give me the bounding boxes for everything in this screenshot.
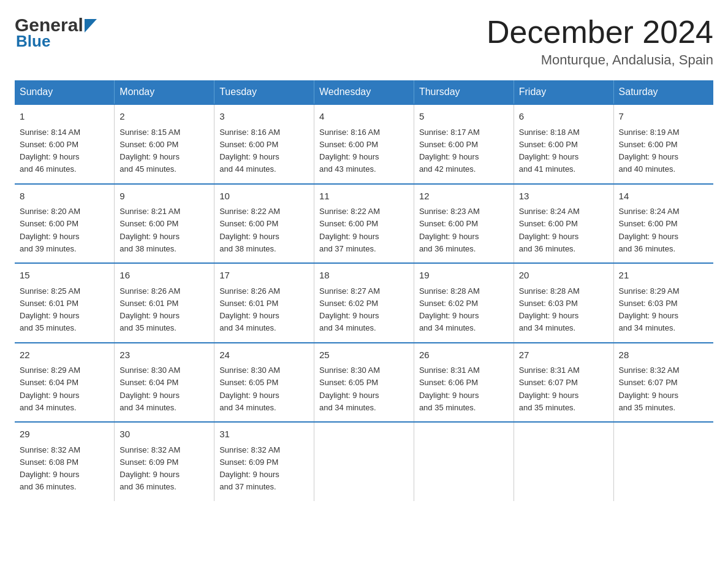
table-row: 1Sunrise: 8:14 AMSunset: 6:00 PMDaylight…: [15, 104, 115, 184]
col-tuesday: Tuesday: [214, 80, 314, 104]
table-row: 13Sunrise: 8:24 AMSunset: 6:00 PMDayligh…: [514, 184, 613, 264]
day-info: Sunrise: 8:24 AMSunset: 6:00 PMDaylight:…: [619, 207, 680, 253]
day-number: 29: [20, 427, 109, 442]
day-number: 4: [319, 110, 409, 124]
day-info: Sunrise: 8:26 AMSunset: 6:01 PMDaylight:…: [119, 286, 180, 333]
table-row: 31Sunrise: 8:32 AMSunset: 6:09 PMDayligh…: [214, 422, 314, 501]
table-row: 15Sunrise: 8:25 AMSunset: 6:01 PMDayligh…: [15, 263, 115, 343]
day-number: 20: [519, 269, 609, 283]
table-row: 9Sunrise: 8:21 AMSunset: 6:00 PMDaylight…: [115, 184, 214, 264]
table-row: 23Sunrise: 8:30 AMSunset: 6:04 PMDayligh…: [115, 343, 214, 423]
table-row: 14Sunrise: 8:24 AMSunset: 6:00 PMDayligh…: [613, 184, 713, 264]
col-friday: Friday: [514, 80, 613, 104]
day-info: Sunrise: 8:32 AMSunset: 6:09 PMDaylight:…: [219, 445, 280, 492]
table-row: 17Sunrise: 8:26 AMSunset: 6:01 PMDayligh…: [214, 263, 314, 343]
table-row: 3Sunrise: 8:16 AMSunset: 6:00 PMDaylight…: [214, 104, 314, 184]
day-number: 24: [219, 348, 309, 362]
day-info: Sunrise: 8:26 AMSunset: 6:01 PMDaylight:…: [219, 286, 280, 333]
col-saturday: Saturday: [613, 80, 713, 104]
day-number: 6: [519, 110, 609, 124]
day-number: 2: [119, 110, 209, 124]
logo-blue-text: Blue: [16, 32, 50, 51]
day-number: 13: [519, 190, 609, 204]
day-number: 23: [119, 348, 209, 362]
day-number: 10: [219, 190, 309, 204]
day-number: 25: [319, 348, 409, 362]
calendar-subtitle: Monturque, Andalusia, Spain: [487, 52, 713, 68]
table-row: 6Sunrise: 8:18 AMSunset: 6:00 PMDaylight…: [514, 104, 613, 184]
day-info: Sunrise: 8:30 AMSunset: 6:04 PMDaylight:…: [119, 366, 180, 412]
day-info: Sunrise: 8:23 AMSunset: 6:00 PMDaylight:…: [419, 207, 480, 253]
day-info: Sunrise: 8:18 AMSunset: 6:00 PMDaylight:…: [519, 128, 580, 174]
day-info: Sunrise: 8:17 AMSunset: 6:00 PMDaylight:…: [419, 128, 480, 174]
table-row: 30Sunrise: 8:32 AMSunset: 6:09 PMDayligh…: [115, 422, 214, 501]
day-info: Sunrise: 8:32 AMSunset: 6:07 PMDaylight:…: [619, 366, 680, 412]
table-row: 21Sunrise: 8:29 AMSunset: 6:03 PMDayligh…: [613, 263, 713, 343]
table-row: 29Sunrise: 8:32 AMSunset: 6:08 PMDayligh…: [15, 422, 115, 501]
day-number: 26: [419, 348, 509, 362]
day-info: Sunrise: 8:32 AMSunset: 6:08 PMDaylight:…: [20, 445, 80, 492]
day-number: 18: [319, 269, 409, 283]
table-row: [613, 422, 713, 501]
day-info: Sunrise: 8:14 AMSunset: 6:00 PMDaylight:…: [20, 128, 80, 174]
table-row: 19Sunrise: 8:28 AMSunset: 6:02 PMDayligh…: [414, 263, 514, 343]
calendar-week-row: 15Sunrise: 8:25 AMSunset: 6:01 PMDayligh…: [15, 263, 713, 343]
table-row: 18Sunrise: 8:27 AMSunset: 6:02 PMDayligh…: [314, 263, 414, 343]
day-info: Sunrise: 8:20 AMSunset: 6:00 PMDaylight:…: [20, 207, 80, 253]
table-row: 20Sunrise: 8:28 AMSunset: 6:03 PMDayligh…: [514, 263, 613, 343]
col-wednesday: Wednesday: [314, 80, 414, 104]
svg-marker-0: [85, 19, 97, 33]
calendar-week-row: 1Sunrise: 8:14 AMSunset: 6:00 PMDaylight…: [15, 104, 713, 184]
day-info: Sunrise: 8:24 AMSunset: 6:00 PMDaylight:…: [519, 207, 580, 253]
day-info: Sunrise: 8:16 AMSunset: 6:00 PMDaylight:…: [219, 128, 280, 174]
day-number: 15: [20, 269, 109, 283]
day-number: 19: [419, 269, 509, 283]
day-info: Sunrise: 8:25 AMSunset: 6:01 PMDaylight:…: [20, 286, 80, 333]
day-number: 5: [419, 110, 509, 124]
table-row: 26Sunrise: 8:31 AMSunset: 6:06 PMDayligh…: [414, 343, 514, 423]
day-number: 12: [419, 190, 509, 204]
day-number: 28: [619, 348, 708, 362]
day-number: 17: [219, 269, 309, 283]
day-info: Sunrise: 8:27 AMSunset: 6:02 PMDaylight:…: [319, 286, 380, 333]
day-number: 30: [119, 427, 209, 442]
table-row: 4Sunrise: 8:16 AMSunset: 6:00 PMDaylight…: [314, 104, 414, 184]
calendar-table: Sunday Monday Tuesday Wednesday Thursday…: [15, 80, 713, 501]
day-info: Sunrise: 8:32 AMSunset: 6:09 PMDaylight:…: [119, 445, 180, 492]
day-info: Sunrise: 8:28 AMSunset: 6:02 PMDaylight:…: [419, 286, 480, 333]
calendar-title: December 2024: [487, 15, 713, 50]
table-row: 2Sunrise: 8:15 AMSunset: 6:00 PMDaylight…: [115, 104, 214, 184]
day-info: Sunrise: 8:22 AMSunset: 6:00 PMDaylight:…: [319, 207, 380, 253]
day-info: Sunrise: 8:16 AMSunset: 6:00 PMDaylight:…: [319, 128, 380, 174]
table-row: 27Sunrise: 8:31 AMSunset: 6:07 PMDayligh…: [514, 343, 613, 423]
table-row: 11Sunrise: 8:22 AMSunset: 6:00 PMDayligh…: [314, 184, 414, 264]
calendar-header-row: Sunday Monday Tuesday Wednesday Thursday…: [15, 80, 713, 104]
day-info: Sunrise: 8:15 AMSunset: 6:00 PMDaylight:…: [119, 128, 180, 174]
calendar-week-row: 8Sunrise: 8:20 AMSunset: 6:00 PMDaylight…: [15, 184, 713, 264]
table-row: 8Sunrise: 8:20 AMSunset: 6:00 PMDaylight…: [15, 184, 115, 264]
table-row: [314, 422, 414, 501]
day-number: 21: [619, 269, 708, 283]
day-info: Sunrise: 8:29 AMSunset: 6:04 PMDaylight:…: [20, 366, 80, 412]
logo-arrow-icon: [85, 19, 97, 33]
table-row: 12Sunrise: 8:23 AMSunset: 6:00 PMDayligh…: [414, 184, 514, 264]
calendar-week-row: 29Sunrise: 8:32 AMSunset: 6:08 PMDayligh…: [15, 422, 713, 501]
logo: General Blue: [15, 15, 97, 51]
table-row: 5Sunrise: 8:17 AMSunset: 6:00 PMDaylight…: [414, 104, 514, 184]
day-number: 3: [219, 110, 309, 124]
day-info: Sunrise: 8:30 AMSunset: 6:05 PMDaylight:…: [319, 366, 380, 412]
calendar-title-area: December 2024 Monturque, Andalusia, Spai…: [487, 15, 713, 68]
col-thursday: Thursday: [414, 80, 514, 104]
day-number: 11: [319, 190, 409, 204]
day-info: Sunrise: 8:19 AMSunset: 6:00 PMDaylight:…: [619, 128, 680, 174]
table-row: 16Sunrise: 8:26 AMSunset: 6:01 PMDayligh…: [115, 263, 214, 343]
calendar-week-row: 22Sunrise: 8:29 AMSunset: 6:04 PMDayligh…: [15, 343, 713, 423]
day-info: Sunrise: 8:29 AMSunset: 6:03 PMDaylight:…: [619, 286, 680, 333]
page-header: General Blue December 2024 Monturque, An…: [15, 15, 713, 68]
day-number: 7: [619, 110, 708, 124]
table-row: 25Sunrise: 8:30 AMSunset: 6:05 PMDayligh…: [314, 343, 414, 423]
col-sunday: Sunday: [15, 80, 115, 104]
table-row: 24Sunrise: 8:30 AMSunset: 6:05 PMDayligh…: [214, 343, 314, 423]
day-info: Sunrise: 8:21 AMSunset: 6:00 PMDaylight:…: [119, 207, 180, 253]
table-row: [514, 422, 613, 501]
